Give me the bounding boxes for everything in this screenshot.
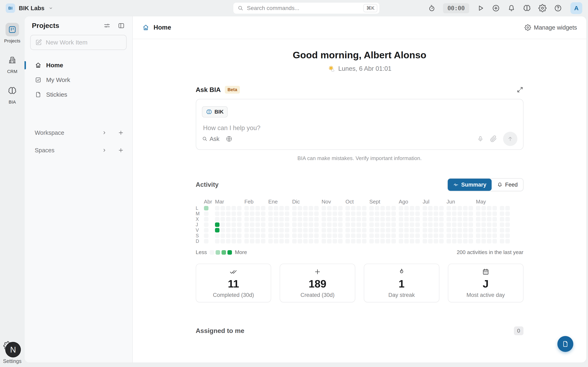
heatmap-cell	[399, 228, 403, 233]
heatmap-cell	[321, 211, 326, 216]
heatmap-cell	[303, 211, 308, 216]
heatmap-cell	[458, 211, 462, 216]
heatmap-cell	[327, 206, 332, 210]
rail-item-projects[interactable]: Projects	[4, 23, 20, 44]
gear-icon[interactable]	[538, 4, 547, 12]
heatmap-cell	[261, 234, 265, 238]
greeting-title: Good morning, Albert Alonso	[196, 49, 523, 60]
search-input[interactable]: Search commands... ⌘K	[233, 3, 379, 14]
bell-icon[interactable]	[507, 4, 516, 12]
heatmap-month-label: Mar	[215, 199, 242, 206]
heatmap-cell	[458, 239, 462, 243]
main-content: Home Manage widgets Good morning, Albert…	[133, 16, 586, 363]
stat-value: 189	[309, 278, 327, 289]
heatmap-cell	[274, 222, 278, 227]
legend-swatch	[210, 250, 214, 255]
sidebar-item-home[interactable]: Home	[30, 59, 127, 72]
new-document-fab[interactable]	[557, 336, 573, 352]
workspace-switcher[interactable]: BI BIK Labs	[6, 3, 161, 13]
heatmap-cell	[268, 234, 273, 238]
heatmap-cell	[321, 217, 326, 221]
heatmap-cell	[279, 217, 284, 221]
heatmap-cell	[237, 217, 242, 221]
mic-icon[interactable]	[477, 135, 484, 142]
play-icon[interactable]	[476, 4, 485, 12]
sidebar-item-my-work[interactable]: My Work	[30, 74, 127, 86]
heatmap-cell	[285, 206, 289, 210]
sidebar-item-label: Stickies	[46, 91, 67, 98]
stat-label: Created (30d)	[301, 292, 335, 298]
rail-item-bia[interactable]: BIA	[6, 84, 19, 105]
heatmap-cell	[439, 217, 444, 221]
heatmap-cell	[298, 206, 302, 210]
heatmap-cell	[221, 228, 225, 233]
sliders-icon[interactable]	[103, 22, 111, 29]
heatmap-month-group: Abr	[204, 199, 212, 243]
tab-summary[interactable]: Summary	[448, 179, 492, 191]
heatmap-cell	[452, 206, 457, 210]
heatmap-cell	[261, 211, 265, 216]
user-avatar[interactable]: A	[571, 2, 582, 14]
heatmap-cell	[415, 239, 420, 243]
heatmap-cell	[428, 206, 433, 210]
chevron-right-icon[interactable]	[101, 130, 107, 136]
stat-value: 1	[398, 278, 405, 289]
heatmap-cell	[221, 211, 225, 216]
bia-input[interactable]: How can I help you?	[203, 124, 517, 132]
stopwatch-icon[interactable]	[428, 4, 436, 12]
heatmap-cell	[232, 211, 236, 216]
projects-sidebar: Projects New Work Item Home My Work Stic	[25, 16, 133, 363]
heatmap-cell	[279, 239, 284, 243]
heatmap-cell	[493, 217, 497, 221]
stat-day-streak: 1 Day streak	[364, 264, 439, 302]
heatmap-cell	[505, 217, 510, 221]
stat-created: 189 Created (30d)	[280, 264, 355, 302]
heatmap-cell	[369, 222, 374, 227]
heatmap-cell	[468, 239, 473, 243]
heatmap-cell	[309, 228, 313, 233]
paperclip-icon[interactable]	[490, 135, 497, 142]
model-chip[interactable]: BIK	[202, 106, 228, 117]
rail-settings[interactable]: N Settings	[0, 342, 25, 364]
help-icon[interactable]	[554, 4, 562, 12]
heatmap-cell	[380, 228, 385, 233]
heatmap-cell	[399, 206, 403, 210]
heatmap-cell	[468, 206, 473, 210]
tab-feed[interactable]: Feed	[492, 179, 523, 191]
heatmap-cell	[204, 206, 208, 210]
globe-icon[interactable]	[226, 135, 233, 142]
chevron-right-icon[interactable]	[101, 147, 107, 153]
heatmap-cell	[292, 234, 297, 238]
brain-icon[interactable]	[523, 4, 531, 12]
heatmap-cell	[375, 206, 379, 210]
heatmap-cell	[255, 222, 260, 227]
heatmap-cell	[327, 228, 332, 233]
heatmap-cell	[404, 228, 409, 233]
add-workspace-button[interactable]	[118, 129, 124, 136]
expand-icon[interactable]	[517, 86, 523, 93]
add-space-button[interactable]	[118, 147, 124, 154]
section-workspace[interactable]: Workspace	[30, 127, 127, 139]
new-work-item-input[interactable]: New Work Item	[30, 35, 127, 50]
plus-circle-icon[interactable]	[492, 4, 500, 12]
rail-item-crm[interactable]: CRM	[6, 53, 19, 74]
section-spaces[interactable]: Spaces	[30, 144, 127, 156]
heatmap-cell	[386, 211, 390, 216]
ask-button[interactable]: Ask	[202, 136, 219, 142]
heatmap-cell	[447, 222, 451, 227]
heatmap-cell	[452, 217, 457, 221]
sidebar-item-stickies[interactable]: Stickies	[30, 88, 127, 101]
timer-badge[interactable]: 00:00	[443, 3, 469, 13]
heatmap-cell	[314, 222, 319, 227]
heatmap-cell	[399, 211, 403, 216]
heatmap-cell	[333, 234, 337, 238]
manage-widgets-button[interactable]: Manage widgets	[525, 24, 577, 31]
notification-avatar[interactable]: N	[5, 342, 21, 358]
panel-toggle-icon[interactable]	[118, 22, 125, 29]
heatmap-cell	[500, 206, 504, 210]
heatmap-cell	[346, 239, 350, 243]
rail-item-label: CRM	[7, 69, 17, 74]
heatmap-cell	[244, 206, 249, 210]
send-button[interactable]	[503, 132, 517, 146]
activity-header: Activity Summary Feed	[196, 178, 523, 191]
